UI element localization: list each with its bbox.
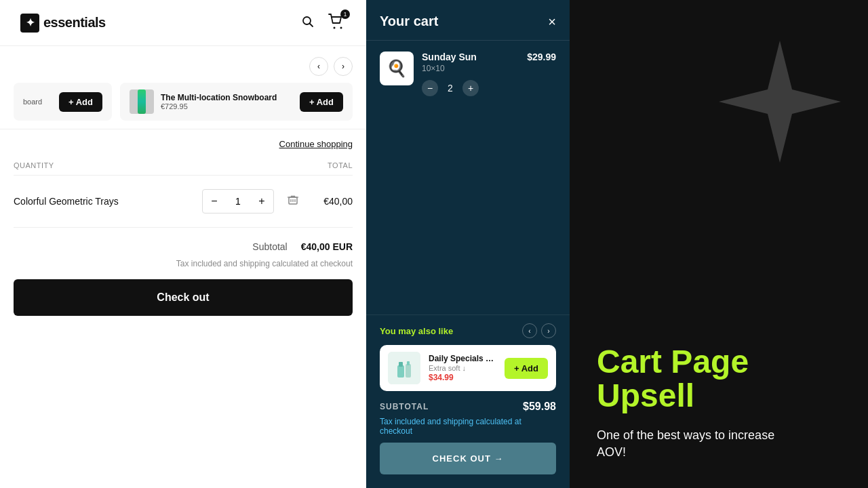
continue-shopping-area: Continue shopping: [0, 129, 366, 156]
table-row: Colorful Geometric Trays − + €40,00: [14, 176, 353, 228]
cart-subtotal: Subtotal €40,00 EUR: [0, 228, 366, 259]
svg-line-1: [310, 24, 313, 27]
logo-area: ✦ essentials: [20, 14, 106, 33]
cart-item-name: Colorful Geometric Trays: [14, 196, 191, 207]
drawer-quantity-increase-button[interactable]: +: [462, 80, 479, 96]
upsell-product-info: Daily Specials - Moisturizing cre.. Extr…: [429, 354, 496, 382]
drawer-checkout-button[interactable]: CHECK OUT →: [380, 443, 556, 474]
quantity-header: QUANTITY: [14, 161, 54, 169]
upsell-product-image: [388, 352, 420, 384]
promo-title: Cart Page Upsell: [597, 345, 800, 413]
checkout-button[interactable]: Check out: [14, 279, 353, 316]
cart-button[interactable]: 1: [327, 12, 346, 33]
upsell-next-button[interactable]: ›: [541, 323, 556, 338]
upsell-product: Daily Specials - Moisturizing cre.. Extr…: [380, 345, 556, 391]
checkout-button-wrap: Check out: [0, 279, 366, 329]
upsell-product-price: $34.99: [429, 373, 496, 382]
carousel-next-button[interactable]: ›: [334, 57, 353, 76]
cart-drawer: Your cart × 🍳 Sunday Sun 10×10 − 2 + $29…: [366, 0, 570, 488]
drawer-cart-item: 🍳 Sunday Sun 10×10 − 2 + $29.99: [366, 41, 570, 107]
svg-rect-13: [407, 361, 410, 365]
cart-badge: 1: [340, 9, 350, 19]
upsell-carousel: ‹ › board + Add The Multi-location Snowb…: [0, 46, 366, 129]
drawer-item-price: $29.99: [527, 52, 556, 62]
promo-area: Cart Page Upsell One of the best ways to…: [570, 0, 868, 488]
promo-title-line1: Cart Page: [597, 344, 749, 380]
store-area: ✦ essentials 1 ‹ ›: [0, 0, 366, 488]
promo-star-decoration: [719, 41, 841, 163]
search-button[interactable]: [300, 14, 316, 32]
carousel-item-snowboard: The Multi-location Snowboard €729.95 + A…: [120, 83, 353, 121]
svg-point-3: [340, 27, 342, 29]
cart-table: QUANTITY TOTAL Colorful Geometric Trays …: [0, 156, 366, 228]
snowboard-info: The Multi-location Snowboard €729.95: [161, 93, 277, 110]
drawer-item-name: Sunday Sun: [422, 52, 519, 62]
promo-subtitle: One of the best ways to increase AOV!: [597, 427, 800, 461]
snowboard-price: €729.95: [161, 102, 277, 110]
quantity-decrease-button[interactable]: −: [203, 190, 226, 213]
carousel-item-partial: board + Add: [14, 83, 112, 121]
svg-rect-12: [406, 364, 411, 378]
svg-point-2: [334, 27, 336, 29]
snowboard-name: The Multi-location Snowboard: [161, 93, 277, 102]
drawer-upsell: You may also like ‹ › Daily Specials - M…: [366, 314, 570, 391]
snowboard-image: [130, 89, 154, 114]
drawer-subtotal-label: SUBTOTAL: [380, 402, 429, 411]
quantity-controls: − +: [202, 189, 274, 214]
drawer-item-image: 🍳: [380, 52, 414, 85]
drawer-close-button[interactable]: ×: [548, 15, 556, 28]
upsell-header: You may also like ‹ ›: [380, 323, 556, 338]
logo-icon: ✦: [20, 14, 39, 33]
drawer-item-variant: 10×10: [422, 64, 519, 73]
snowboard-add-button[interactable]: + Add: [300, 92, 343, 112]
carousel-prev-button[interactable]: ‹: [309, 57, 328, 76]
snowboard-visual: [138, 89, 146, 114]
upsell-nav: ‹ ›: [522, 323, 556, 338]
drawer-item-info: Sunday Sun 10×10 − 2 +: [422, 52, 519, 96]
drawer-header: Your cart ×: [366, 0, 570, 41]
continue-shopping-link[interactable]: Continue shopping: [279, 139, 353, 149]
logo-text: essentials: [43, 15, 106, 30]
promo-content: Cart Page Upsell One of the best ways to…: [597, 345, 800, 461]
drawer-subtotal-value: $59.98: [523, 401, 556, 413]
partial-add-button[interactable]: + Add: [59, 92, 102, 112]
subtotal-value: €40,00 EUR: [301, 241, 353, 252]
cart-table-header: QUANTITY TOTAL: [14, 156, 353, 176]
delete-item-button[interactable]: [285, 192, 301, 211]
drawer-tax-note: Tax included and shipping calculated at …: [366, 417, 570, 443]
svg-marker-14: [719, 41, 841, 163]
carousel-item-left: The Multi-location Snowboard €729.95: [130, 89, 277, 114]
upsell-product-variant: Extra soft ↓: [429, 364, 496, 372]
store-header: ✦ essentials 1: [0, 0, 366, 46]
upsell-add-button[interactable]: + Add: [505, 358, 548, 379]
upsell-product-visual: [388, 352, 420, 384]
upsell-product-name: Daily Specials - Moisturizing cre..: [429, 354, 496, 363]
total-header: TOTAL: [328, 161, 353, 169]
cart-item-total: €40,00: [312, 196, 353, 207]
upsell-label: You may also like: [380, 326, 453, 336]
tax-note: Tax included and shipping calculated at …: [0, 259, 366, 279]
drawer-title: Your cart: [380, 14, 438, 29]
subtotal-label: Subtotal: [252, 241, 287, 252]
search-icon: [301, 15, 315, 28]
header-icons: 1: [300, 12, 346, 33]
partial-label: board: [23, 98, 42, 106]
drawer-quantity-controls: − 2 +: [422, 80, 519, 96]
quantity-input[interactable]: [226, 196, 250, 207]
upsell-prev-button[interactable]: ‹: [522, 323, 537, 338]
trash-icon: [288, 195, 298, 205]
svg-rect-11: [399, 362, 403, 367]
promo-title-line2: Upsell: [597, 378, 694, 413]
carousel-items: board + Add The Multi-location Snowboard…: [14, 83, 353, 121]
drawer-quantity-decrease-button[interactable]: −: [422, 80, 438, 96]
drawer-subtotal: SUBTOTAL $59.98: [366, 391, 570, 417]
quantity-increase-button[interactable]: +: [250, 190, 273, 213]
drawer-item-emoji: 🍳: [387, 59, 407, 78]
svg-rect-10: [397, 365, 404, 378]
drawer-quantity-value: 2: [443, 83, 457, 94]
carousel-nav: ‹ ›: [14, 57, 353, 76]
